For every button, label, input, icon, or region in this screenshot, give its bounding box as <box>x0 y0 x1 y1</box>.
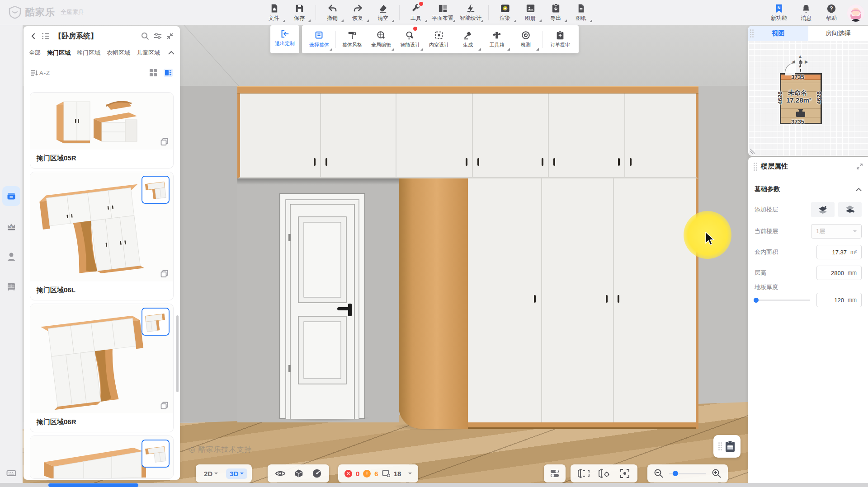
performance-gauge-icon[interactable] <box>312 468 322 478</box>
floor-thickness-slider[interactable] <box>755 300 810 301</box>
drag-handle-icon[interactable] <box>750 29 754 37</box>
collapse-panel-icon[interactable] <box>166 33 174 40</box>
user-avatar[interactable] <box>847 5 864 22</box>
room-door[interactable] <box>279 193 365 419</box>
back-icon[interactable] <box>30 33 37 40</box>
toolbox-button[interactable]: 工具箱 <box>482 27 511 52</box>
focus-center-icon[interactable] <box>619 468 630 479</box>
drag-handle-icon[interactable] <box>754 163 757 171</box>
undo-button[interactable]: 撤销 <box>320 1 345 23</box>
wardrobe-wood-column[interactable] <box>399 178 468 429</box>
redo-button[interactable]: 恢复 <box>345 1 370 23</box>
visibility-eye-icon[interactable] <box>275 469 286 478</box>
floor-height-input[interactable]: 2800 mm <box>816 266 862 280</box>
wardrobe-tall-unit[interactable] <box>468 178 698 429</box>
exit-customize-button[interactable]: 退出定制 <box>270 25 299 51</box>
clear-button[interactable]: 清空 <box>370 1 396 23</box>
export-button[interactable]: 导出 <box>543 1 568 23</box>
zoom-slider-thumb[interactable] <box>673 471 678 476</box>
category-list-icon[interactable] <box>42 33 50 40</box>
mode-2d-button[interactable]: 2D <box>200 468 222 479</box>
camera-view-icon[interactable] <box>578 468 590 478</box>
slider-thumb[interactable] <box>754 298 759 303</box>
file-button[interactable]: 文件 <box>261 1 287 23</box>
camera-marker-icon[interactable] <box>794 108 807 118</box>
current-floor-select[interactable]: 1层 <box>811 224 862 239</box>
interior-design-button[interactable]: 内空设计 <box>425 27 453 52</box>
duplicate-icon[interactable] <box>160 402 169 410</box>
tab-all[interactable]: 全部 <box>29 49 41 57</box>
bottom-scrollbar[interactable] <box>48 483 138 487</box>
drawings-button[interactable]: 图纸 <box>568 1 594 23</box>
product-variant-thumbnail[interactable] <box>142 308 170 336</box>
grid-view-icon[interactable] <box>149 69 157 77</box>
rail-furniture-library[interactable] <box>2 186 20 206</box>
overall-style-button[interactable]: 整体风格 <box>338 27 367 52</box>
tools-button[interactable]: 工具 <box>403 1 429 23</box>
add-floor-above-button[interactable] <box>811 202 835 217</box>
tab-cloak-zone[interactable]: 衣帽区域 <box>107 49 130 57</box>
product-card[interactable]: 掩门区域05R <box>30 92 174 169</box>
tab-sliding-door-zone[interactable]: 移门区域 <box>77 49 100 57</box>
cube-view-icon[interactable] <box>294 468 304 478</box>
mode-3d-button[interactable]: 3D <box>226 468 247 479</box>
render-button[interactable]: 渲染 <box>492 1 518 23</box>
pan-right-icon[interactable]: ▶ <box>805 59 808 64</box>
product-variant-thumbnail[interactable] <box>142 176 170 204</box>
app-logo[interactable]: 酷家乐 全屋家具 <box>8 5 84 19</box>
detect-button[interactable]: 检测 <box>511 27 540 52</box>
panel-title: 楼层属性 <box>761 162 853 171</box>
product-card[interactable]: 掩门区域06L <box>30 172 174 300</box>
sort-label[interactable]: A-Z <box>39 70 50 76</box>
tab-room-select[interactable]: 房间选择 <box>808 26 868 41</box>
rail-profile[interactable] <box>2 247 20 267</box>
messages-button[interactable]: 消息 <box>797 2 816 24</box>
rail-my-furniture[interactable] <box>2 276 20 296</box>
chevron-down-icon[interactable] <box>408 473 412 476</box>
duplicate-icon[interactable] <box>160 270 169 278</box>
expand-panel-icon[interactable] <box>857 164 863 169</box>
help-button[interactable]: ? 帮助 <box>822 2 841 24</box>
settings-toggles-icon[interactable] <box>549 468 560 479</box>
select-whole-button[interactable]: 选择整体 <box>305 27 334 52</box>
rail-shortcuts[interactable] <box>2 463 20 483</box>
ai-design-button[interactable]: 智能设计 <box>396 27 425 52</box>
tab-view[interactable]: 视图 <box>748 26 808 41</box>
diagnostics-group[interactable]: ✕ 0 ! 6 18 <box>338 464 418 482</box>
rail-vip[interactable]: V <box>2 216 20 236</box>
order-review-button[interactable]: 订单提审 <box>544 27 576 52</box>
album-button[interactable]: 图册 <box>518 1 543 23</box>
smart-design-button[interactable]: 智能设计 <box>457 1 485 23</box>
drag-handle-icon[interactable] <box>718 442 722 450</box>
order-list-float-button[interactable] <box>713 435 741 458</box>
pan-up-icon[interactable]: ▲ <box>798 54 802 59</box>
inner-area-input[interactable]: 17.37 m² <box>816 245 862 259</box>
generate-button[interactable]: 生成 <box>453 27 482 52</box>
search-icon[interactable] <box>141 32 149 40</box>
global-edit-button[interactable]: 全局编辑 <box>367 27 396 52</box>
product-card[interactable]: 掩门区域06R <box>30 304 174 432</box>
product-card[interactable] <box>30 435 174 479</box>
zoom-in-icon[interactable] <box>712 468 722 478</box>
wardrobe-upper-cabinets[interactable] <box>237 94 698 178</box>
product-variant-thumbnail[interactable] <box>142 440 170 468</box>
catalog-scrollbar[interactable] <box>176 315 179 392</box>
sort-icon[interactable] <box>31 70 38 76</box>
zoom-slider[interactable] <box>669 473 706 474</box>
chevron-up-icon[interactable] <box>856 187 862 192</box>
add-floor-below-button[interactable] <box>838 202 862 217</box>
floorplan-button[interactable]: 平面布置 <box>429 1 457 23</box>
save-button[interactable]: 保存 <box>287 1 312 23</box>
collapse-tabs-icon[interactable] <box>168 51 175 55</box>
tab-hinged-door-zone[interactable]: 掩门区域 <box>47 49 71 57</box>
panel-resize-icon[interactable] <box>750 149 755 154</box>
wardrobe-top-trim[interactable] <box>237 86 698 94</box>
tab-children-zone[interactable]: 儿童区域 <box>137 49 160 57</box>
filter-icon[interactable] <box>154 33 162 40</box>
new-features-button[interactable]: N 新功能 <box>768 2 790 24</box>
camera-settings-icon[interactable] <box>599 468 610 478</box>
floor-thickness-input[interactable]: 120 mm <box>816 293 862 307</box>
zoom-out-icon[interactable] <box>654 468 664 478</box>
list-view-icon[interactable] <box>164 69 173 77</box>
duplicate-icon[interactable] <box>160 138 169 146</box>
